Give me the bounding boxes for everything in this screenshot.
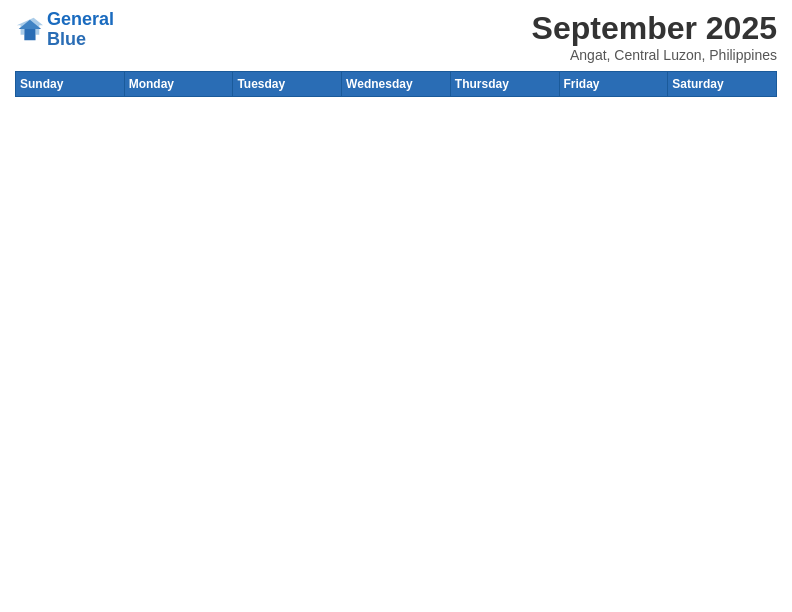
logo: General Blue [15, 10, 114, 50]
logo-line2: Blue [47, 30, 114, 50]
day-header-friday: Friday [559, 72, 668, 97]
header-row: SundayMondayTuesdayWednesdayThursdayFrid… [16, 72, 777, 97]
day-header-wednesday: Wednesday [342, 72, 451, 97]
day-header-monday: Monday [124, 72, 233, 97]
day-header-sunday: Sunday [16, 72, 125, 97]
day-header-thursday: Thursday [450, 72, 559, 97]
day-header-saturday: Saturday [668, 72, 777, 97]
logo-line1: General [47, 9, 114, 29]
logo-text: General Blue [47, 10, 114, 50]
location: Angat, Central Luzon, Philippines [532, 47, 777, 63]
logo-icon [15, 16, 43, 44]
page: General Blue September 2025 Angat, Centr… [0, 0, 792, 612]
title-block: September 2025 Angat, Central Luzon, Phi… [532, 10, 777, 63]
calendar-table: SundayMondayTuesdayWednesdayThursdayFrid… [15, 71, 777, 97]
header: General Blue September 2025 Angat, Centr… [15, 10, 777, 63]
day-header-tuesday: Tuesday [233, 72, 342, 97]
month-title: September 2025 [532, 10, 777, 47]
